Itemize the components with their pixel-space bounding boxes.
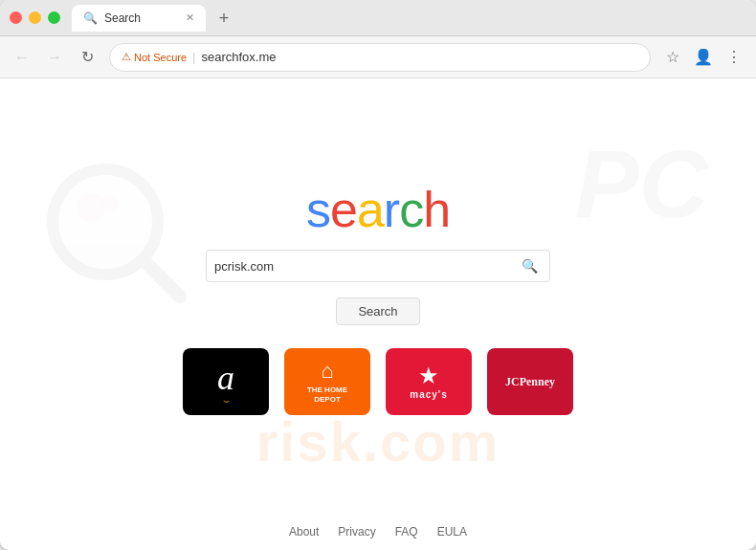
homedepot-icon: ⌂	[321, 359, 333, 384]
maximize-button[interactable]	[48, 11, 60, 24]
address-text: searchfox.me	[201, 50, 276, 64]
quick-links: a ⌣ ⌂ THE HOMEDEPOT ★ mac	[183, 348, 573, 415]
risk-watermark: risk.com	[256, 409, 500, 473]
logo-letter-a: a	[357, 182, 384, 237]
more-button[interactable]: ⋮	[720, 43, 748, 72]
active-tab[interactable]: 🔍 Search ✕	[72, 5, 206, 32]
footer-faq[interactable]: FAQ	[395, 525, 418, 539]
title-bar: 🔍 Search ✕ +	[0, 0, 756, 36]
reload-icon: ↻	[81, 48, 94, 66]
bookmark-icon: ☆	[666, 48, 679, 66]
minimize-button[interactable]	[29, 11, 41, 24]
warning-icon: ⚠	[122, 51, 131, 63]
address-separator: |	[192, 50, 195, 64]
macys-logo: ★ macy's	[386, 348, 472, 415]
jcpenney-link[interactable]: JCPenney	[487, 348, 573, 415]
amazon-logo: a ⌣	[183, 348, 269, 415]
svg-point-2	[102, 195, 118, 210]
amazon-inner: a ⌣	[217, 358, 234, 407]
search-logo: search	[306, 185, 450, 234]
more-icon: ⋮	[726, 48, 742, 66]
amazon-arrow: ⌣	[223, 394, 230, 407]
search-input[interactable]	[214, 259, 510, 274]
reload-button[interactable]: ↻	[73, 43, 101, 72]
tab-close-icon[interactable]: ✕	[186, 11, 194, 24]
magnifier-watermark	[38, 155, 191, 308]
search-container: search 🔍 Search a ⌣	[183, 185, 573, 415]
new-tab-button[interactable]: +	[211, 7, 236, 32]
forward-button[interactable]: →	[40, 43, 69, 72]
svg-point-0	[53, 169, 158, 275]
nav-bar: ← → ↻ ⚠ Not Secure | searchfox.me ☆ 👤 ⋮	[0, 36, 756, 78]
profile-icon: 👤	[694, 48, 713, 66]
amazon-link[interactable]: a ⌣	[183, 348, 269, 415]
tab-bar: 🔍 Search ✕ +	[72, 5, 746, 32]
page-footer: About Privacy FAQ EULA	[289, 525, 467, 539]
search-icon-button[interactable]: 🔍	[518, 256, 542, 275]
logo-letter-e: e	[330, 182, 357, 237]
nav-right-buttons: ☆ 👤 ⋮	[658, 43, 748, 72]
page-content: PC risk.com search 🔍 Search	[0, 78, 756, 550]
back-icon: ←	[14, 49, 30, 66]
tab-favicon: 🔍	[83, 11, 97, 25]
logo-letter-h: h	[423, 182, 450, 237]
footer-about[interactable]: About	[289, 525, 319, 539]
footer-eula[interactable]: EULA	[437, 525, 467, 539]
back-button[interactable]: ←	[8, 43, 36, 72]
homedepot-link[interactable]: ⌂ THE HOMEDEPOT	[284, 348, 370, 415]
profile-button[interactable]: 👤	[689, 43, 718, 72]
tab-title: Search	[104, 11, 141, 25]
traffic-lights	[10, 11, 60, 24]
logo-letter-c: c	[399, 182, 423, 237]
homedepot-logo: ⌂ THE HOMEDEPOT	[284, 348, 370, 415]
logo-letter-s: s	[306, 182, 330, 237]
search-input-wrapper: 🔍	[206, 250, 550, 282]
svg-line-3	[144, 260, 180, 297]
homedepot-text: THE HOMEDEPOT	[307, 385, 347, 404]
bookmark-button[interactable]: ☆	[658, 43, 687, 72]
footer-privacy[interactable]: Privacy	[338, 525, 375, 539]
jcpenney-text: JCPenney	[505, 375, 555, 389]
jcpenney-logo: JCPenney	[487, 348, 573, 415]
macys-star: ★	[418, 364, 439, 387]
browser-window: 🔍 Search ✕ + ← → ↻ ⚠ Not Secure | search…	[0, 0, 756, 550]
close-button[interactable]	[10, 11, 22, 24]
search-button[interactable]: Search	[336, 297, 419, 325]
logo-letter-r: r	[384, 182, 399, 237]
amazon-a-letter: a	[217, 358, 234, 398]
forward-icon: →	[47, 49, 62, 66]
security-warning: ⚠ Not Secure	[122, 51, 187, 63]
pc-watermark: PC	[575, 136, 708, 231]
macys-text: macy's	[410, 389, 448, 400]
search-button-wrapper: Search	[336, 297, 419, 325]
svg-point-1	[77, 193, 105, 222]
address-bar[interactable]: ⚠ Not Secure | searchfox.me	[109, 43, 651, 72]
macys-link[interactable]: ★ macy's	[386, 348, 472, 415]
security-label: Not Secure	[134, 52, 187, 63]
